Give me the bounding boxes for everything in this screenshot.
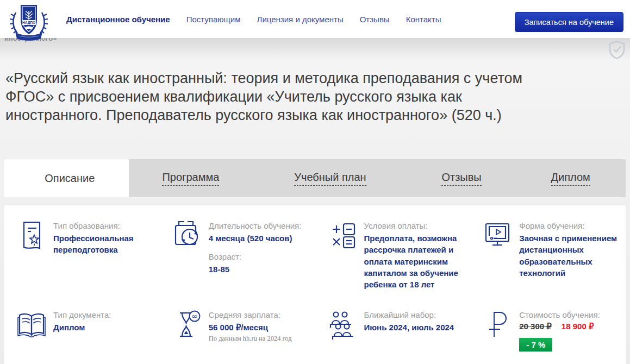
nav-item-distance-learning[interactable]: Дистанционное обучение [66,15,170,24]
card-value: Заочная с применением дистанционных обра… [519,233,621,279]
card-value: Диплом [53,322,111,333]
tab-diploma[interactable]: Диплом [501,159,626,197]
card-value: Предоплата, возможна рассрочка платежей … [364,233,466,290]
description-panel: Тип образования: Профессиональная перепо… [4,205,626,364]
people-group-icon [327,309,358,340]
card-value: 18-85 [209,263,302,275]
card-label: Условия оплаты: [364,221,466,230]
card-label: Длительность обучения: [209,221,302,230]
nav-item-reviews[interactable]: Отзывы [360,15,390,24]
card-value: Профессиональная переподготовка [53,233,155,256]
card-value: Июнь 2024, июль 2024 [364,322,454,333]
card-next-enrollment: Ближайший набор: Июнь 2024, июль 2024 [315,309,471,352]
card-label: Форма обучения: [519,221,621,230]
card-document-type: Тип документа: Диплом [4,309,160,352]
course-tabs: Описание Программа Учебный план Отзывы Д… [4,159,626,197]
page-title: «Русский язык как иностранный: теория и … [5,69,523,124]
card-label: Средняя зарплата: [209,310,292,319]
tab-curriculum[interactable]: Учебный план [253,159,377,197]
shield-check-icon [609,41,625,59]
card-label: Возраст: [209,252,302,261]
open-book-icon [16,309,47,340]
ruble-icon [482,309,513,340]
old-price: 20 300 ₽ [519,322,552,331]
tab-program[interactable]: Программа [129,159,253,197]
nadpo-logo[interactable]: НАДПО [7,2,51,42]
card-value: 56 000 ₽/месяц [209,322,292,333]
nav-item-contacts[interactable]: Контакты [406,15,441,24]
tab-reviews[interactable]: Отзывы [377,159,502,197]
math-operations-icon [327,220,358,250]
card-duration: Длительность обучения: 4 месяца (520 час… [160,220,315,309]
calendar-clock-icon [172,220,202,250]
card-value: 4 месяца (520 часов) [209,233,302,244]
salary-source-note: По данным hh.ru на 2024 год [209,335,292,343]
course-info-grid: Тип образования: Профессиональная перепо… [4,205,626,352]
nadpo-logo-icon: НАДПО [7,2,51,42]
main-area: иностранного» «Русский язык как иностран… [0,38,630,364]
svg-text:∞: ∞ [191,312,198,321]
price-row: 20 300 ₽ 18 900 ₽ [519,322,600,331]
new-price: 18 900 ₽ [562,322,594,331]
card-education-type: Тип образования: Профессиональная перепо… [4,220,160,309]
card-label: Тип образования: [53,221,155,230]
certificate-icon [16,220,47,250]
svg-text:НАДПО: НАДПО [22,21,35,25]
nav-item-applicants[interactable]: Поступающим [186,15,241,24]
card-average-salary: ∞ Средняя зарплата: 56 000 ₽/месяц По да… [160,309,315,352]
discount-badge: - 7 % [519,338,552,352]
card-label: Ближайший набор: [364,310,454,319]
site-header: НАДПО Дистанционное обучение Поступающим… [0,0,630,38]
hourglass-infinity-icon: ∞ [172,309,202,340]
nav-item-license-documents[interactable]: Лицензия и документы [257,15,344,24]
card-price: Стоимость обучения: 20 300 ₽ 18 900 ₽ - … [470,309,626,352]
card-label: Стоимость обучения: [519,310,600,319]
card-study-form: Форма обучения: Заочная с применением ди… [470,220,626,309]
monitor-play-icon [482,220,513,250]
main-nav: Дистанционное обучение Поступающим Лицен… [66,0,441,38]
enroll-button[interactable]: Записаться на обучение [515,12,623,32]
card-label: Тип документа: [53,310,111,319]
tab-description[interactable]: Описание [4,159,129,197]
card-payment-terms: Условия оплаты: Предоплата, возможна рас… [315,220,471,309]
